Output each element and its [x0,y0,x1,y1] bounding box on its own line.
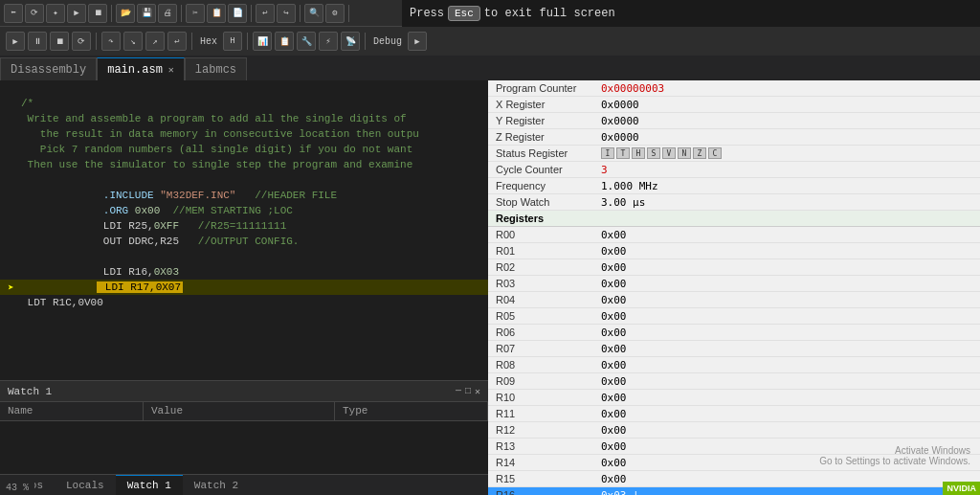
tb2-b1[interactable]: 📊 [253,32,272,51]
code-line-ldt: LDT R1C,0V00 [0,295,488,310]
tab-disassembly[interactable]: Disassembly [0,57,97,80]
tb2-b3[interactable]: 🔧 [297,32,316,51]
status-bit-z[interactable]: Z [693,147,706,159]
watch-tab-watch2[interactable]: Watch 2 [183,475,250,496]
watch-minimize[interactable]: ─ [456,386,461,397]
reg-row-r02[interactable]: R020x00 [488,259,980,276]
tb2-b5[interactable]: 📡 [341,32,360,51]
reg-value-r01: 0x00 [601,245,627,258]
sep7 [191,33,192,50]
watch-content[interactable] [0,421,488,474]
tb2-hex[interactable]: H [223,32,242,51]
reg-row-r06[interactable]: R060x00 [488,325,980,341]
status-bit-v[interactable]: V [662,147,676,159]
tb2-b4[interactable]: ⚡ [319,32,338,51]
reg-row-pc: Program Counter 0x00000003 [488,80,980,97]
reg-row-r09[interactable]: R090x00 [488,373,980,390]
reg-label-r08: R08 [496,359,601,371]
reg-row-r14[interactable]: R140x00 [488,455,980,471]
tb-btn-2[interactable]: ⟳ [25,4,44,23]
reg-row-r08[interactable]: R080x00 [488,357,980,373]
tb-redo[interactable]: ↪ [277,4,296,23]
watch-tab-watch1[interactable]: Watch 1 [116,475,183,496]
reg-row-r13[interactable]: R130x00 [488,439,980,455]
tb2-step-over[interactable]: ↷ [101,32,121,51]
zoom-value: 43 % [6,483,29,493]
reg-value-r00: 0x00 [601,229,627,241]
watch-tab-locals[interactable]: Locals [55,475,116,496]
tb-btn-8[interactable]: 🖨 [158,4,177,23]
status-bit-t[interactable]: T [616,147,630,159]
tab-main-asm-close[interactable]: ✕ [168,64,174,76]
status-bit-n[interactable]: N [678,147,691,159]
reg-value-r16: 0x03 | [601,489,639,496]
stop-value: 3.00 µs [601,196,645,209]
watch-maximize[interactable]: □ [465,386,471,397]
status-bit-s[interactable]: S [647,147,660,159]
tab-disassembly-label: Disassembly [11,63,86,77]
registers-section-header: Registers [488,211,980,227]
tb-btn-11[interactable]: 📄 [228,4,247,23]
tb2-step-out[interactable]: ↗ [145,32,165,51]
nvidia-badge: NVIDIA [943,482,980,495]
reg-row-r12[interactable]: R120x00 [488,422,980,439]
reg-row-z: Z Register 0x0000 [488,129,980,146]
x-value: 0x0000 [601,99,639,111]
tb-btn-7[interactable]: 💾 [137,4,156,23]
reg-row-r00[interactable]: R000x00 [488,227,980,243]
tb-btn-10[interactable]: 📋 [207,4,226,23]
reg-row-r16[interactable]: R160x03 | [488,487,980,495]
watch-columns: Name Value Type [0,402,488,421]
tb-undo[interactable]: ↩ [256,4,275,23]
pc-value: 0x00000003 [601,82,664,95]
sep5 [348,5,349,22]
tb-btn-5[interactable]: ⏹ [88,4,107,23]
esc-notification-bar: Press Esc to exit full screen [402,0,980,27]
tb2-step-in[interactable]: ↘ [123,32,143,51]
z-label: Z Register [496,131,601,143]
code-area[interactable]: /* Write and assemble a program to add a… [0,80,488,380]
tb-btn-12[interactable]: 🔍 [304,4,323,23]
reg-row-r07[interactable]: R070x00 [488,341,980,357]
tb2-b2[interactable]: 📋 [275,32,294,51]
reg-row-r05[interactable]: R050x00 [488,308,980,325]
tb2-pause[interactable]: ⏸ [28,32,47,51]
tab-main-asm[interactable]: main.asm ✕ [97,57,185,80]
y-label: Y Register [496,115,601,126]
reg-row-r01[interactable]: R010x00 [488,243,980,259]
tb2-debug[interactable]: ▶ [408,32,427,51]
status-bit-h[interactable]: H [632,147,645,159]
reg-label-r07: R07 [496,343,601,354]
reg-row-r11[interactable]: R110x00 [488,406,980,422]
reg-label-r01: R01 [496,245,601,257]
status-bit-c[interactable]: C [708,147,722,159]
tab-labmcs[interactable]: labmcs [185,57,247,80]
press-text: Press [410,7,444,20]
tb-btn-4[interactable]: ▶ [67,4,86,23]
tb2-restart[interactable]: ⟳ [72,32,91,51]
tb2-step-back[interactable]: ↩ [167,32,187,51]
freq-label: Frequency [496,180,601,191]
tb2-stop[interactable]: ⏹ [50,32,69,51]
tb-btn-9[interactable]: ✂ [186,4,205,23]
status-value: I T H S V N Z C [601,147,722,159]
reg-row-r04[interactable]: R040x00 [488,292,980,308]
esc-key: Esc [448,6,480,21]
watch-close[interactable]: ✕ [475,386,480,397]
reg-value-r13: 0x00 [601,440,627,453]
tab-main-asm-label: main.asm [107,63,163,77]
pc-label: Program Counter [496,82,601,94]
tb-btn-6[interactable]: 📂 [116,4,135,23]
reg-row-r10[interactable]: R100x00 [488,390,980,406]
x-label: X Register [496,99,601,110]
status-bit-i[interactable]: I [601,147,614,159]
freq-value: 1.000 MHz [601,180,658,192]
tb-btn-3[interactable]: ✦ [46,4,65,23]
reg-row-r03[interactable]: R030x00 [488,276,980,292]
tb-btn-1[interactable]: ⬅ [4,4,23,23]
tb2-run[interactable]: ▶ [6,32,25,51]
reg-row-r15[interactable]: R150x00 [488,471,980,487]
reg-label-r15: R15 [496,473,601,484]
reg-label-r11: R11 [496,408,601,419]
tb-btn-13[interactable]: ⚙ [325,4,345,23]
